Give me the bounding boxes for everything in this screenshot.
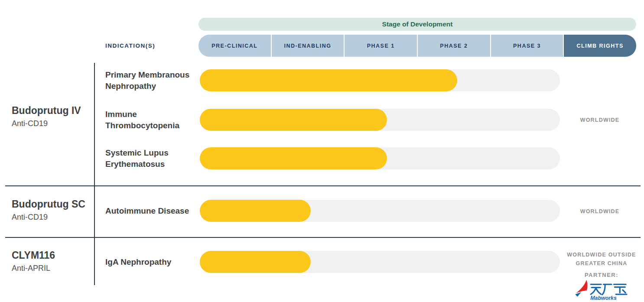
indication-label: Systemic Lupus Erythematosus bbox=[105, 147, 202, 169]
pipeline-row-sle: Systemic Lupus Erythematosus bbox=[0, 147, 644, 169]
progress-fill bbox=[200, 69, 457, 91]
rights-block-clym116: WORLDWIDE OUTSIDE GREATER CHINA PARTNER:… bbox=[560, 250, 643, 302]
indication-label: IgA Nephropathy bbox=[105, 256, 202, 267]
stage-of-development-banner: Stage of Development bbox=[198, 18, 636, 31]
stage-col-ind-enabling: IND-ENABLING bbox=[272, 35, 344, 57]
group-divider-1 bbox=[5, 185, 641, 186]
progress-track bbox=[200, 251, 560, 273]
mabworks-logo: Mabworks bbox=[572, 279, 631, 302]
group-divider-2 bbox=[5, 237, 641, 238]
progress-track bbox=[200, 109, 560, 131]
stage-col-phase-3: PHASE 3 bbox=[491, 35, 563, 57]
progress-track bbox=[200, 69, 560, 91]
stage-col-pre-clinical: PRE-CLINICAL bbox=[198, 35, 271, 57]
pipeline-row-itp: Immune Thrombocytopenia bbox=[0, 109, 644, 131]
indications-column-header: INDICATION(S) bbox=[105, 35, 155, 57]
progress-track bbox=[200, 147, 560, 169]
logo-sail-foot-icon bbox=[575, 292, 581, 297]
mabworks-logo-graphic: Mabworks bbox=[572, 279, 631, 301]
progress-fill bbox=[200, 200, 311, 222]
pipeline-chart: Stage of Development INDICATION(S) PRE-C… bbox=[0, 0, 644, 302]
rights-label-clym116: WORLDWIDE OUTSIDE GREATER CHINA bbox=[561, 250, 642, 268]
indication-label: Primary Membranous Nephropathy bbox=[105, 69, 202, 91]
pipeline-row-pmn: Primary Membranous Nephropathy bbox=[0, 69, 644, 91]
progress-fill bbox=[200, 109, 387, 131]
stage-header-row: PRE-CLINICAL IND-ENABLING PHASE 1 PHASE … bbox=[198, 35, 636, 57]
climb-rights-column: CLIMB RIGHTS bbox=[564, 35, 636, 57]
stage-col-phase-2: PHASE 2 bbox=[418, 35, 490, 57]
logo-latin-text: Mabworks bbox=[590, 295, 617, 301]
rights-label-budoprutug-iv: WORLDWIDE bbox=[563, 117, 637, 123]
logo-cjk-glyphs-icon bbox=[591, 284, 627, 295]
indication-label: Autoimmune Disease bbox=[105, 205, 202, 216]
logo-sail-icon bbox=[576, 280, 588, 293]
rights-label-budoprutug-sc: WORLDWIDE bbox=[563, 208, 637, 214]
progress-fill bbox=[200, 147, 387, 169]
stage-banner-label: Stage of Development bbox=[382, 20, 453, 28]
partner-label: PARTNER: bbox=[560, 272, 643, 278]
pipeline-row-iga: IgA Nephropathy bbox=[0, 251, 644, 273]
stage-col-phase-1: PHASE 1 bbox=[345, 35, 417, 57]
progress-fill bbox=[200, 251, 311, 273]
pipeline-row-autoimmune: Autoimmune Disease bbox=[0, 200, 644, 222]
indication-label: Immune Thrombocytopenia bbox=[105, 108, 202, 131]
progress-track bbox=[200, 200, 560, 222]
